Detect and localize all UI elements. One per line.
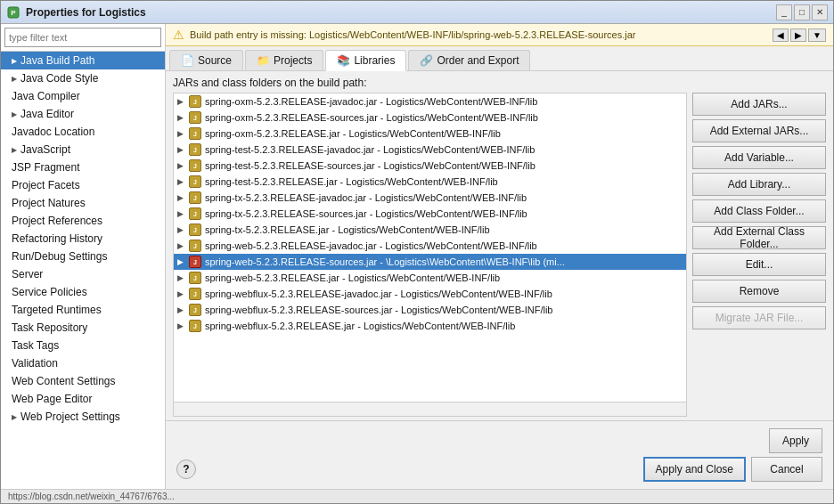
main-panel: ⚠ Build path entry is missing: Logistics… — [166, 24, 833, 489]
sidebar-item-web-content-settings[interactable]: Web Content Settings — [1, 372, 165, 390]
footer-row2: ? Apply and Close Cancel — [176, 457, 822, 482]
jar-file-icon: J — [188, 224, 202, 236]
jar-row[interactable]: ▶Jspring-webflux-5.2.3.RELEASE-sources.j… — [174, 302, 686, 318]
jar-row[interactable]: ▶Jspring-web-5.2.3.RELEASE.jar - Logisti… — [174, 270, 686, 286]
add-external-jars-button[interactable]: Add External JARs... — [692, 119, 826, 142]
sidebar-list[interactable]: Java Build PathJava Code StyleJava Compi… — [1, 52, 165, 489]
tab-order-export[interactable]: 🔗Order and Export — [408, 50, 530, 70]
remove-button[interactable]: Remove — [692, 280, 826, 303]
tab-source[interactable]: 📄Source — [169, 50, 243, 70]
jar-row[interactable]: ▶Jspring-tx-5.2.3.RELEASE-javadoc.jar - … — [174, 190, 686, 206]
libraries-tab-label: Libraries — [354, 54, 395, 67]
jar-list[interactable]: ▶Jspring-oxm-5.2.3.RELEASE-javadoc.jar -… — [174, 93, 686, 402]
sidebar-item-java-editor[interactable]: Java Editor — [1, 105, 165, 123]
jar-expand-icon: ▶ — [177, 209, 188, 218]
maximize-button[interactable]: □ — [794, 4, 810, 20]
jar-row[interactable]: ▶Jspring-tx-5.2.3.RELEASE-sources.jar - … — [174, 206, 686, 222]
migrate-jar-button[interactable]: Migrate JAR File... — [692, 306, 826, 329]
sidebar-item-web-page-editor[interactable]: Web Page Editor — [1, 390, 165, 408]
warning-bar: ⚠ Build path entry is missing: Logistics… — [166, 24, 833, 46]
jar-file-icon: J — [188, 272, 202, 284]
jar-row[interactable]: ▶Jspring-webflux-5.2.3.RELEASE-javadoc.j… — [174, 286, 686, 302]
add-library-button[interactable]: Add Library... — [692, 173, 826, 196]
apply-and-close-button[interactable]: Apply and Close — [643, 457, 746, 482]
sidebar-item-java-build-path[interactable]: Java Build Path — [1, 52, 165, 69]
tab-libraries[interactable]: 📚Libraries — [325, 50, 406, 71]
jar-file-icon: J — [188, 127, 202, 140]
projects-tab-label: Projects — [274, 54, 312, 67]
jar-entry-text: spring-tx-5.2.3.RELEASE-javadoc.jar - Lo… — [205, 192, 683, 203]
jar-file-icon: J — [188, 191, 202, 204]
sidebar-item-project-facets[interactable]: Project Facets — [1, 176, 165, 194]
filter-box — [1, 24, 165, 52]
source-tab-icon: 📄 — [181, 54, 194, 67]
sidebar-item-project-natures[interactable]: Project Natures — [1, 194, 165, 212]
url-text: https://blog.csdn.net/weixin_44767/6763.… — [8, 492, 175, 501]
jar-row[interactable]: ▶Jspring-oxm-5.2.3.RELEASE-sources.jar -… — [174, 110, 686, 126]
jar-row[interactable]: ▶Jspring-webflux-5.2.3.RELEASE.jar - Log… — [174, 318, 686, 334]
sidebar-item-targeted-runtimes[interactable]: Targeted Runtimes — [1, 301, 165, 319]
url-bar: https://blog.csdn.net/weixin_44767/6763.… — [1, 489, 833, 503]
warning-menu-button[interactable]: ▼ — [808, 28, 826, 42]
jar-file-icon: J — [188, 207, 202, 220]
sidebar-item-java-code-style[interactable]: Java Code Style — [1, 69, 165, 87]
add-jars-button[interactable]: Add JARs... — [692, 93, 826, 116]
close-button[interactable]: ✕ — [812, 4, 828, 20]
warning-next-button[interactable]: ▶ — [790, 28, 806, 42]
horizontal-scrollbar[interactable] — [174, 402, 686, 416]
sidebar-item-javascript[interactable]: JavaScript — [1, 141, 165, 159]
jar-expand-icon: ▶ — [177, 177, 188, 186]
jar-row[interactable]: ▶Jspring-tx-5.2.3.RELEASE.jar - Logistic… — [174, 222, 686, 238]
footer-main-buttons: Apply and Close Cancel — [643, 457, 822, 482]
sidebar-item-refactoring-history[interactable]: Refactoring History — [1, 230, 165, 248]
sidebar-item-web-project-settings[interactable]: Web Project Settings — [1, 408, 165, 426]
jar-entry-text: spring-test-5.2.3.RELEASE-javadoc.jar - … — [205, 144, 683, 155]
sidebar-item-java-compiler[interactable]: Java Compiler — [1, 87, 165, 105]
jar-row[interactable]: ▶Jspring-test-5.2.3.RELEASE-javadoc.jar … — [174, 142, 686, 158]
sidebar-item-javadoc-location[interactable]: Javadoc Location — [1, 123, 165, 141]
jar-entry-text: spring-webflux-5.2.3.RELEASE-sources.jar… — [205, 305, 683, 315]
title-bar-buttons: _ □ ✕ — [776, 4, 828, 20]
libraries-tab-icon: 📚 — [337, 54, 350, 67]
filter-input[interactable] — [4, 28, 161, 47]
jar-entry-text: spring-web-5.2.3.RELEASE-sources.jar - \… — [205, 256, 683, 267]
jar-file-icon: J — [188, 320, 202, 332]
sidebar-item-service-policies[interactable]: Service Policies — [1, 283, 165, 301]
add-external-class-folder-button[interactable]: Add External Class Folder... — [692, 226, 826, 249]
add-class-folder-button[interactable]: Add Class Folder... — [692, 199, 826, 223]
jar-expand-icon: ▶ — [177, 113, 188, 122]
jar-expand-icon: ▶ — [177, 97, 188, 106]
sidebar-item-task-repository[interactable]: Task Repository — [1, 319, 165, 337]
sidebar-item-validation[interactable]: Validation — [1, 354, 165, 372]
jar-row[interactable]: ▶Jspring-web-5.2.3.RELEASE-sources.jar -… — [174, 254, 686, 270]
jar-row[interactable]: ▶Jspring-oxm-5.2.3.RELEASE-javadoc.jar -… — [174, 93, 686, 110]
tab-projects[interactable]: 📁Projects — [245, 50, 323, 70]
content-area: Java Build PathJava Code StyleJava Compi… — [1, 24, 833, 489]
jar-row[interactable]: ▶Jspring-web-5.2.3.RELEASE-javadoc.jar -… — [174, 238, 686, 254]
minimize-button[interactable]: _ — [776, 4, 792, 20]
edit-button[interactable]: Edit... — [692, 253, 826, 276]
help-button[interactable]: ? — [176, 459, 196, 479]
jar-row[interactable]: ▶Jspring-oxm-5.2.3.RELEASE.jar - Logisti… — [174, 126, 686, 142]
jar-file-icon: J — [188, 95, 202, 108]
build-path-label: JARs and class folders on the build path… — [173, 77, 826, 89]
jar-entry-text: spring-tx-5.2.3.RELEASE.jar - Logistics/… — [205, 224, 683, 235]
title-bar: P Properties for Logistics _ □ ✕ — [1, 1, 833, 24]
jar-row[interactable]: ▶Jspring-test-5.2.3.RELEASE-sources.jar … — [174, 158, 686, 174]
jar-entry-text: spring-webflux-5.2.3.RELEASE.jar - Logis… — [205, 321, 683, 331]
cancel-button[interactable]: Cancel — [751, 457, 822, 482]
sidebar-item-project-references[interactable]: Project References — [1, 212, 165, 230]
warning-prev-button[interactable]: ◀ — [773, 28, 789, 42]
jar-expand-icon: ▶ — [177, 161, 188, 170]
jar-entry-text: spring-web-5.2.3.RELEASE.jar - Logistics… — [205, 272, 683, 283]
sidebar-item-jsp-fragment[interactable]: JSP Fragment — [1, 159, 165, 176]
add-variable-button[interactable]: Add Variable... — [692, 146, 826, 169]
jar-file-icon: J — [188, 175, 202, 188]
jar-entry-text: spring-web-5.2.3.RELEASE-javadoc.jar - L… — [205, 240, 683, 251]
jar-row[interactable]: ▶Jspring-test-5.2.3.RELEASE.jar - Logist… — [174, 174, 686, 190]
sidebar-item-run-debug-settings[interactable]: Run/Debug Settings — [1, 248, 165, 265]
sidebar-item-task-tags[interactable]: Task Tags — [1, 337, 165, 354]
apply-button[interactable]: Apply — [769, 428, 822, 453]
build-path-content: ▶Jspring-oxm-5.2.3.RELEASE-javadoc.jar -… — [173, 93, 826, 417]
sidebar-item-server[interactable]: Server — [1, 265, 165, 283]
